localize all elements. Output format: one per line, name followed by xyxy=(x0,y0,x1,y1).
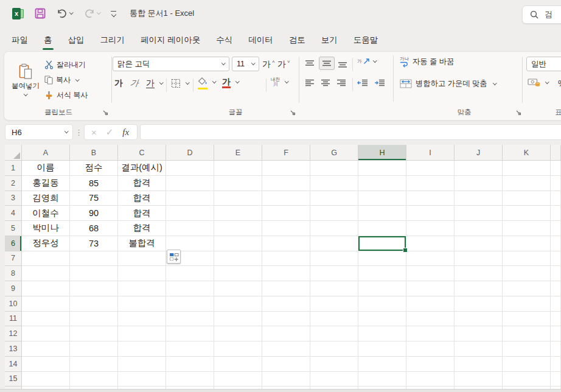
row-header-8[interactable]: 8 xyxy=(5,266,22,281)
cell-E15[interactable] xyxy=(214,372,262,387)
cell-A3[interactable]: 김영희 xyxy=(22,191,70,206)
row-header-10[interactable]: 10 xyxy=(5,296,22,312)
redo-button-disabled[interactable] xyxy=(84,9,100,18)
name-box[interactable]: H6 xyxy=(5,124,73,140)
tab-data[interactable]: 데이터 xyxy=(240,30,281,51)
save-button[interactable] xyxy=(35,8,46,19)
tab-insert[interactable]: 삽입 xyxy=(60,30,92,51)
cell-H15[interactable] xyxy=(358,372,406,387)
cell-A12[interactable] xyxy=(22,326,70,341)
excel-logo-icon[interactable]: x xyxy=(12,8,24,19)
column-header-D[interactable]: D xyxy=(166,145,214,161)
cell-G7[interactable] xyxy=(310,251,358,267)
cell-I5[interactable] xyxy=(406,221,455,236)
cell-H10[interactable] xyxy=(358,296,406,312)
cell-B10[interactable] xyxy=(70,296,118,312)
borders-button[interactable] xyxy=(171,79,189,88)
cell-K7[interactable] xyxy=(503,251,551,267)
column-header-I[interactable]: I xyxy=(406,145,455,161)
cell-F15[interactable] xyxy=(262,372,310,387)
cell-partial-10[interactable] xyxy=(551,296,561,312)
column-header-B[interactable]: B xyxy=(70,145,118,161)
column-header-J[interactable]: J xyxy=(455,145,503,161)
cell-K9[interactable] xyxy=(503,281,551,296)
row-header-11[interactable]: 11 xyxy=(5,312,22,327)
cell-H11[interactable] xyxy=(358,312,406,327)
cell-F11[interactable] xyxy=(262,312,310,327)
cell-partial-13[interactable] xyxy=(551,341,561,357)
cell-A4[interactable]: 이철수 xyxy=(22,206,70,221)
row-header-6[interactable]: 6 xyxy=(5,236,22,251)
search-box[interactable]: 검 xyxy=(522,5,561,24)
cell-B3[interactable]: 75 xyxy=(70,191,118,206)
cell-B11[interactable] xyxy=(70,312,118,327)
undo-button[interactable] xyxy=(57,9,73,18)
row-header-15[interactable]: 15 xyxy=(5,372,22,387)
column-header-A[interactable]: A xyxy=(22,145,70,161)
cell-D6[interactable] xyxy=(166,236,214,251)
italic-button[interactable]: 가 xyxy=(130,79,139,87)
formula-input[interactable] xyxy=(140,124,561,140)
cell-G4[interactable] xyxy=(310,206,358,221)
cell-E13[interactable] xyxy=(214,341,262,357)
cell-partial-9[interactable] xyxy=(551,281,561,296)
cell-H9[interactable] xyxy=(358,281,406,296)
cell-E5[interactable] xyxy=(214,221,262,236)
cell-F5[interactable] xyxy=(262,221,310,236)
insert-function-button[interactable]: fx xyxy=(122,127,129,138)
cell-J14[interactable] xyxy=(455,357,503,372)
cell-F13[interactable] xyxy=(262,341,310,357)
cell-partial-11[interactable] xyxy=(551,312,561,327)
cell-E3[interactable] xyxy=(214,191,262,206)
cell-D3[interactable] xyxy=(166,191,214,206)
column-header-G[interactable]: G xyxy=(310,145,358,161)
cell-F10[interactable] xyxy=(262,296,310,312)
fill-color-button[interactable] xyxy=(198,77,216,87)
cell-G2[interactable] xyxy=(310,176,358,191)
cell-K6[interactable] xyxy=(503,236,551,251)
cell-F6[interactable] xyxy=(262,236,310,251)
cell-D15[interactable] xyxy=(166,372,214,387)
alignment-dialog-launcher-icon[interactable] xyxy=(515,109,521,116)
row-header-1[interactable]: 1 xyxy=(5,161,22,176)
cell-D14[interactable] xyxy=(166,357,214,372)
cell-I9[interactable] xyxy=(406,281,455,296)
cell-J15[interactable] xyxy=(455,372,503,387)
cell-E10[interactable] xyxy=(214,296,262,312)
cell-H2[interactable] xyxy=(358,176,406,191)
cell-D11[interactable] xyxy=(166,312,214,327)
cell-G12[interactable] xyxy=(310,326,358,341)
cell-C9[interactable] xyxy=(118,281,166,296)
wrap-text-button[interactable]: 가나 자동 줄 바꿈 xyxy=(400,57,454,68)
cell-G6[interactable] xyxy=(310,236,358,251)
align-center-button[interactable] xyxy=(321,79,330,86)
cell-E1[interactable] xyxy=(214,161,262,176)
cell-K2[interactable] xyxy=(503,176,551,191)
row-header-12[interactable]: 12 xyxy=(5,326,22,341)
cell-I13[interactable] xyxy=(406,341,455,357)
cell-D4[interactable] xyxy=(166,206,214,221)
cell-H4[interactable] xyxy=(358,206,406,221)
cell-H13[interactable] xyxy=(358,341,406,357)
cell-J13[interactable] xyxy=(455,341,503,357)
cell-J4[interactable] xyxy=(455,206,503,221)
align-right-button[interactable] xyxy=(336,79,346,86)
row-header-4[interactable]: 4 xyxy=(5,206,22,221)
row-header-14[interactable]: 14 xyxy=(5,357,22,372)
cell-B4[interactable]: 90 xyxy=(70,206,118,221)
cell-partial-15[interactable] xyxy=(551,372,561,387)
cell-partial-8[interactable] xyxy=(551,266,561,281)
cell-K5[interactable] xyxy=(503,221,551,236)
cell-B13[interactable] xyxy=(70,341,118,357)
cell-K13[interactable] xyxy=(503,341,551,357)
cell-J8[interactable] xyxy=(455,266,503,281)
cell-K11[interactable] xyxy=(503,312,551,327)
cell-J2[interactable] xyxy=(455,176,503,191)
cell-F12[interactable] xyxy=(262,326,310,341)
column-header-K[interactable]: K xyxy=(503,145,551,161)
row-header-2[interactable]: 2 xyxy=(5,176,22,191)
cell-B1[interactable]: 점수 xyxy=(70,161,118,176)
cell-I1[interactable] xyxy=(406,161,455,176)
cell-G1[interactable] xyxy=(310,161,358,176)
tab-view[interactable]: 보기 xyxy=(313,30,346,51)
